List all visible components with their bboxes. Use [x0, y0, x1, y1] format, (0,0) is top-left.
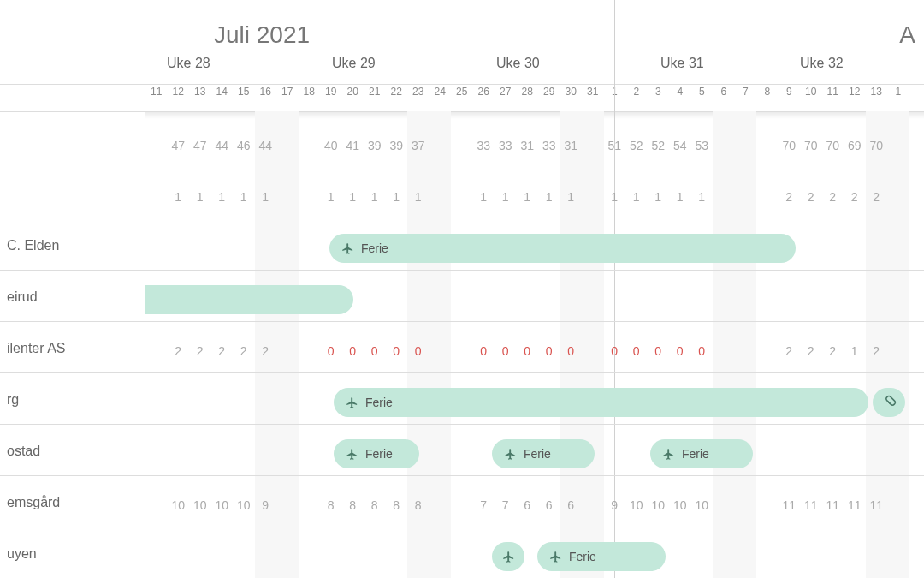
data-cell: 1: [648, 190, 670, 204]
day-header-cell: 25: [451, 86, 473, 111]
person-label[interactable]: uyen: [0, 531, 44, 577]
plane-icon: [341, 242, 354, 255]
day-header-cell: 16: [255, 86, 277, 111]
calendar-view: Juli 2021 A Uke 28Uke 29Uke 30Uke 31Uke …: [0, 0, 924, 578]
data-cell: 2: [822, 190, 844, 204]
person-label[interactable]: C. Elden: [0, 223, 66, 269]
data-cell: 0: [691, 344, 714, 358]
plane-icon: [346, 396, 358, 409]
plane-icon: [502, 551, 515, 563]
data-cell: 0: [495, 344, 517, 358]
week-label: Uke 29: [332, 56, 376, 71]
data-cell: 1: [560, 190, 583, 204]
pill-label: Ferie: [361, 241, 388, 255]
data-cell: 1: [386, 190, 408, 204]
data-cell: 2: [211, 344, 234, 358]
pill-label: Ferie: [524, 447, 551, 461]
data-cell: 6: [517, 498, 539, 512]
data-cell: 1: [669, 190, 691, 204]
data-cell: 2: [800, 344, 822, 358]
data-cell: 6: [560, 498, 583, 512]
vacation-pill[interactable]: Ferie: [334, 388, 868, 417]
day-header-cell: 6: [713, 86, 735, 111]
vacation-pill[interactable]: Ferie: [334, 439, 419, 468]
data-cell: 2: [866, 190, 888, 204]
day-header-cell: 29: [538, 86, 560, 111]
data-cell: 8: [364, 498, 386, 512]
data-cell: 1: [211, 190, 234, 204]
data-row: 10101010988888776669101010101111111111: [145, 480, 924, 531]
data-cell: 69: [844, 139, 866, 152]
data-cell: 1: [517, 190, 539, 204]
data-cell: 1: [604, 190, 626, 204]
vacation-pill[interactable]: [492, 542, 524, 571]
day-header-cell: 3: [648, 86, 670, 111]
day-header-cell: 12: [168, 86, 190, 111]
day-header-cell: 24: [429, 86, 452, 111]
data-cell: 0: [669, 344, 691, 358]
day-header-cell: 5: [691, 86, 714, 111]
data-cell: 8: [407, 498, 429, 512]
day-header-cell: 13: [866, 86, 888, 111]
data-cell: 52: [648, 139, 670, 152]
data-cell: 0: [473, 344, 495, 358]
person-label[interactable]: ilenter AS: [0, 325, 72, 372]
data-cell: 0: [560, 344, 583, 358]
data-cell: 70: [800, 139, 822, 152]
data-cell: 39: [364, 139, 386, 152]
day-header-cell: 18: [299, 86, 321, 111]
data-cell: 0: [648, 344, 670, 358]
week-label: Uke 32: [800, 56, 844, 71]
person-label[interactable]: eirud: [0, 274, 44, 320]
day-header-cell: 9: [779, 86, 801, 111]
person-label[interactable]: rg: [0, 377, 26, 423]
row-divider: [0, 475, 924, 476]
month-label-left: Juli 2021: [214, 21, 310, 49]
pill-label: Ferie: [365, 396, 393, 409]
data-cell: 46: [233, 139, 255, 152]
person-label[interactable]: emsgård: [0, 480, 67, 526]
data-cell: 6: [538, 498, 560, 512]
data-cell: 54: [669, 139, 691, 152]
data-cell: 10: [648, 498, 670, 512]
data-cell: 31: [560, 139, 583, 152]
day-header-cell: 12: [844, 86, 866, 111]
data-cell: 33: [495, 139, 517, 152]
data-cell: 10: [691, 498, 714, 512]
data-cell: 0: [320, 344, 342, 358]
row-divider: [0, 321, 924, 322]
row-divider: [0, 424, 924, 425]
row-divider: [0, 270, 924, 271]
data-row: 2222200000000000000022212: [145, 325, 924, 377]
data-cell: 2: [800, 190, 822, 204]
data-cell: 0: [386, 344, 408, 358]
vacation-pill[interactable]: Ferie: [650, 439, 753, 468]
data-cell: 31: [517, 139, 539, 152]
data-cell: 0: [364, 344, 386, 358]
vacation-pill[interactable]: Ferie: [492, 439, 595, 468]
data-cell: 7: [473, 498, 495, 512]
data-cell: 2: [255, 344, 277, 358]
data-cell: 2: [822, 344, 844, 358]
vacation-pill[interactable]: [873, 388, 905, 417]
data-cell: 8: [342, 498, 364, 512]
day-header-cell: 19: [320, 86, 342, 111]
data-cell: 10: [211, 498, 234, 512]
data-row: 4747444644404139393733333133315152525453…: [145, 120, 924, 171]
data-cell: 47: [189, 139, 211, 152]
day-header-cell: 7: [735, 86, 757, 111]
data-cell: 2: [779, 190, 801, 204]
person-label[interactable]: ostad: [0, 428, 47, 474]
data-cell: 10: [233, 498, 255, 512]
data-cell: 0: [538, 344, 560, 358]
day-header-cell: 1: [887, 86, 909, 111]
day-header-cell: 31: [582, 86, 604, 111]
day-header-cell: 14: [211, 86, 234, 111]
vacation-pill[interactable]: [145, 285, 353, 314]
day-header-cell: 22: [386, 86, 408, 111]
vacation-pill[interactable]: Ferie: [537, 542, 666, 571]
vacation-pill[interactable]: Ferie: [329, 234, 796, 263]
day-header-cell: 8: [756, 86, 779, 111]
week-label: Uke 30: [496, 56, 540, 71]
data-cell: 53: [691, 139, 714, 152]
